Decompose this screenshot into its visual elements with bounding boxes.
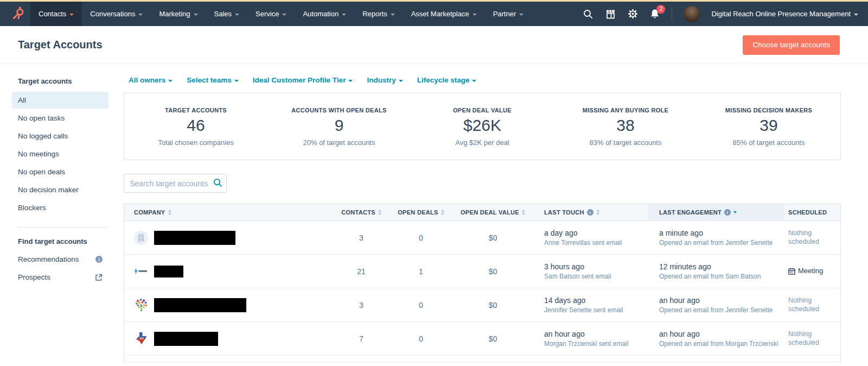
open-deal-value-cell: $0 [456,267,529,276]
search-icon[interactable] [583,9,593,20]
sidebar-item-no-open-tasks[interactable]: No open tasks [12,110,108,127]
marketplace-icon[interactable] [605,9,616,20]
contacts-cell: 3 [337,301,386,310]
user-avatar[interactable] [684,6,700,22]
company-logo [134,298,148,312]
sort-icon [522,210,525,215]
stat-value: 39 [697,116,840,135]
stat-sub: 85% of target accounts [697,138,840,147]
chevron-down-icon [472,80,476,82]
info-icon[interactable] [724,209,731,216]
stats-summary-card: TARGET ACCOUNTS 46 Total chosen companie… [124,93,841,160]
column-header-open-deals[interactable]: OPEN DEALS [386,204,456,220]
filter-lifecycle-stage[interactable]: Lifecycle stage [417,76,477,84]
last-touch-time: 14 days ago [544,296,648,305]
scheduled-cell: Meeting [784,267,840,275]
sidebar: Target accounts All No open tasks No log… [0,64,124,362]
nav-right-tools: 2 Digital Reach Online Presence Manageme… [583,6,868,22]
sidebar-divider [18,227,108,228]
sidebar-item-all[interactable]: All [12,92,108,109]
notifications-bell-icon[interactable]: 2 [649,9,660,20]
sprocket-icon [11,7,25,21]
column-header-scheduled[interactable]: SCHEDULED [784,204,840,220]
nav-item-reports[interactable]: Reports [354,2,403,26]
nav-item-sales[interactable]: Sales [206,2,248,26]
open-deal-value-cell: $0 [456,301,529,310]
redacted-company-name[interactable] [154,266,183,277]
filter-label: Ideal Customer Profile Tier [253,76,346,84]
sidebar-item-prospects[interactable]: Prospects [12,269,108,286]
nav-item-label: Sales [214,10,232,18]
nav-item-label: Partner [493,10,516,18]
chevron-down-icon [234,80,239,82]
sidebar-item-recommendations[interactable]: Recommendations [12,251,108,268]
stat-label: MISSING DECISION MAKERS [697,107,840,113]
stat-sub: 83% of target accounts [554,138,697,147]
filter-industry[interactable]: Industry [367,76,403,84]
sidebar-group-title: Find target accounts [12,237,108,245]
filter-label: Industry [367,76,395,84]
open-deals-cell: 0 [386,335,456,343]
last-engagement-time: an hour ago [659,296,784,305]
sidebar-item-blockers[interactable]: Blockers [12,199,108,216]
redacted-company-name[interactable] [154,298,246,312]
search-input[interactable] [124,174,227,193]
column-header-last-engagement[interactable]: LAST ENGAGEMENT [648,204,784,220]
last-engagement-time: an hour ago [659,330,784,338]
external-link-icon [95,274,103,281]
column-header-last-touch[interactable]: LAST TOUCH [529,204,648,220]
last-touch-detail: Sam Batson sent email [544,273,648,280]
filter-label: Select teams [187,76,232,84]
filter-owners[interactable]: All owners [129,76,173,84]
nav-item-asset-marketplace[interactable]: Asset Marketplace [403,2,485,26]
company-cell[interactable] [124,332,337,346]
company-cell[interactable] [124,231,337,245]
nav-item-service[interactable]: Service [247,2,295,26]
column-header-contacts[interactable]: CONTACTS [337,204,386,220]
stat-accounts-with-open-deals: ACCOUNTS WITH OPEN DEALS 9 20% of target… [267,107,411,147]
stat-open-deal-value: OPEN DEAL VALUE $26K Avg $2K per deal [411,107,554,147]
page-header: Target Accounts Choose target accounts [0,26,868,64]
scheduled-cell: Nothing scheduled [784,229,840,246]
chevron-down-icon [854,14,858,16]
column-label: OPEN DEAL VALUE [461,209,519,216]
sidebar-item-no-decision-maker[interactable]: No decision maker [12,181,108,198]
gear-icon[interactable] [627,9,638,20]
screen: Contacts Conversations Marketing Sales S… [0,0,868,366]
target-accounts-table: COMPANY CONTACTS OPEN DEALS OPEN DEAL VA… [124,204,841,362]
table-row: 21 1 $0 3 hours ago Sam Batson sent emai… [124,255,840,288]
nav-item-conversations[interactable]: Conversations [82,2,151,26]
scheduled-cell: Nothing scheduled [784,296,840,313]
nav-item-label: Contacts [39,10,66,18]
company-cell[interactable] [124,298,337,312]
filter-label: All owners [129,76,165,84]
nav-item-label: Asset Marketplace [411,10,469,18]
info-icon[interactable] [95,256,103,263]
sidebar-item-no-open-deals[interactable]: No open deals [12,163,108,180]
last-engagement-time: 12 minutes ago [659,262,784,271]
nav-item-marketing[interactable]: Marketing [151,2,206,26]
sidebar-item-no-meetings[interactable]: No meetings [12,146,108,162]
redacted-company-name[interactable] [154,231,235,245]
stat-label: ACCOUNTS WITH OPEN DEALS [267,107,411,113]
column-header-open-deal-value[interactable]: OPEN DEAL VALUE [456,204,529,220]
hubspot-logo-icon[interactable] [9,7,27,21]
sidebar-item-no-logged-calls[interactable]: No logged calls [12,128,108,144]
nav-item-contacts[interactable]: Contacts [30,2,82,26]
search-submit-icon[interactable] [213,178,222,187]
choose-target-accounts-button[interactable]: Choose target accounts [743,35,840,55]
sidebar-item-label: Recommendations [18,255,79,263]
account-menu[interactable]: Digital Reach Online Presence Management [711,10,858,18]
company-cell[interactable] [124,266,337,277]
nav-item-partner[interactable]: Partner [485,2,532,26]
column-header-company[interactable]: COMPANY [124,204,337,220]
info-icon[interactable] [587,209,593,216]
redacted-company-name[interactable] [154,332,218,346]
nav-item-automation[interactable]: Automation [295,2,354,26]
column-label: LAST TOUCH [544,209,584,216]
filter-icp-tier[interactable]: Ideal Customer Profile Tier [253,76,353,84]
contacts-cell: 21 [337,267,386,276]
filter-teams[interactable]: Select teams [187,76,239,84]
stat-label: MISSING ANY BUYING ROLE [554,107,697,113]
texas-logo-icon [136,332,147,345]
